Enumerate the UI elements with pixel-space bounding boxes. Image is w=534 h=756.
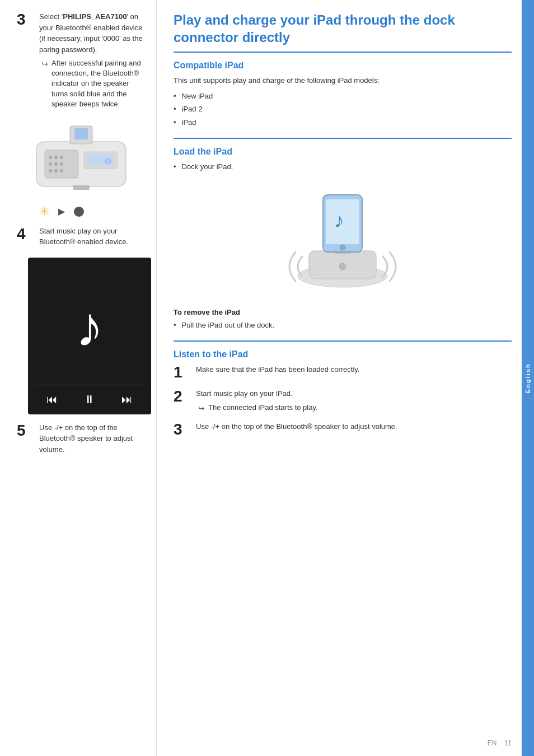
step-5: 5 Use -/+ on the top of the Bluetooth® s… [17,422,145,455]
language-sidebar: English [522,0,534,756]
svg-point-7 [60,162,63,166]
compatible-ipad-title: Compatible iPad [174,60,512,71]
dock-illustration-wrap: ♪ [174,178,512,304]
footer-label: EN [488,739,497,747]
fast-forward-button[interactable]: ⏭ [121,393,133,406]
step-5-content: Use -/+ on the top of the Bluetooth® spe… [39,422,145,455]
dock-svg: ♪ [281,184,404,296]
svg-text:♪: ♪ [334,209,344,232]
step-3: 3 Select 'PHILIPS_AEA7100' on your Bluet… [17,11,145,109]
bt-arrow-icon: ▶ [58,206,65,217]
step-3-arrow-text: After successful pairing and connection,… [51,58,145,109]
svg-point-9 [54,169,58,172]
rewind-button[interactable]: ⏮ [46,393,58,406]
bt-icons-row: ✳ ▶ [39,204,145,219]
svg-point-10 [60,169,63,172]
svg-point-23 [340,245,345,250]
listen-ipad-section: Listen to the iPad 1 Make sure that the … [174,349,512,438]
language-label: English [524,363,531,393]
remove-ipad-heading: To remove the iPad [174,308,512,316]
listen-step-3-content: Use -/+ on the top of the Bluetooth® spe… [196,421,512,432]
listen-ipad-title: Listen to the iPad [174,349,512,360]
remove-ipad-bullet: Pull the iPad out of the dock. [174,320,512,331]
listen-arrow-symbol: ↪ [198,403,205,414]
svg-point-5 [49,162,52,166]
svg-point-20 [339,263,346,270]
svg-point-4 [60,156,63,159]
main-title-divider [174,52,512,53]
step-3-number: 3 [17,11,35,29]
page-footer: EN 11 [488,739,512,747]
load-divider [174,138,512,139]
right-column: Play and charge your iPad through the do… [157,0,534,756]
listen-step-1: 1 Make sure that the iPad has been loade… [174,364,512,381]
remove-ipad-list: Pull the iPad out of the dock. [174,320,512,331]
listen-step-2: 2 Start music play on your iPad. ↪ The c… [174,388,512,414]
step-3-arrow-note: ↪ After successful pairing and connectio… [41,58,145,109]
svg-rect-13 [73,185,90,190]
step-4: 4 Start music play on your Bluetooth® en… [17,226,145,248]
load-ipad-list: Dock your iPad. [174,161,512,172]
arrow-symbol: ↪ [41,58,48,70]
svg-point-2 [49,156,52,159]
listen-step-2-content: Start music play on your iPad. ↪ The con… [196,388,512,414]
compatible-ipad-body: This unit supports play and charge of th… [174,75,512,86]
svg-point-3 [54,156,58,159]
load-ipad-title: Load the iPad [174,147,512,157]
listen-divider [174,340,512,342]
player-controls: ⏮ ⏸ ⏭ [34,385,146,406]
step-3-bold: PHILIPS_AEA7100 [63,12,127,21]
listen-step-1-content: Make sure that the iPad has been loaded … [196,364,512,375]
bt-sun-icon: ✳ [39,204,49,219]
svg-point-6 [54,162,58,166]
list-item-new-ipad: New iPad [174,91,512,102]
listen-step-3-number: 3 [174,421,191,438]
listen-step-2-number: 2 [174,388,191,405]
step-4-number: 4 [17,226,35,243]
left-column: 3 Select 'PHILIPS_AEA7100' on your Bluet… [0,0,157,756]
step-5-number: 5 [17,422,35,440]
footer-page-number: 11 [504,739,512,747]
speaker-svg [25,119,137,198]
pause-button[interactable]: ⏸ [84,393,95,406]
svg-point-14 [105,158,111,164]
step-3-text-before: Select ' [39,12,63,21]
speaker-illustration-wrap [17,119,145,198]
listen-step-2-arrow-text: The connected iPad starts to play. [208,403,318,413]
load-ipad-section: Load the iPad Dock your iPad. [174,147,512,330]
bt-dot-icon [74,207,84,217]
listen-step-2-note: ↪ The connected iPad starts to play. [198,403,512,414]
load-ipad-bullet: Dock your iPad. [174,161,512,172]
compatible-ipad-section: Compatible iPad This unit supports play … [174,60,512,128]
compatible-ipad-list: New iPad iPad 2 iPad [174,91,512,128]
step-3-content: Select 'PHILIPS_AEA7100' on your Bluetoo… [39,11,145,109]
music-player-box: ♪ ⏮ ⏸ ⏭ [28,258,151,414]
listen-step-3: 3 Use -/+ on the top of the Bluetooth® s… [174,421,512,438]
listen-step-1-number: 1 [174,364,191,381]
list-item-ipad: iPad [174,117,512,128]
svg-rect-16 [74,128,88,139]
step-4-content: Start music play on your Bluetooth® enab… [39,226,145,248]
svg-point-8 [49,169,52,172]
main-title: Play and charge your iPad through the do… [174,11,512,46]
music-note: ♪ [76,269,104,385]
list-item-ipad2: iPad 2 [174,104,512,115]
